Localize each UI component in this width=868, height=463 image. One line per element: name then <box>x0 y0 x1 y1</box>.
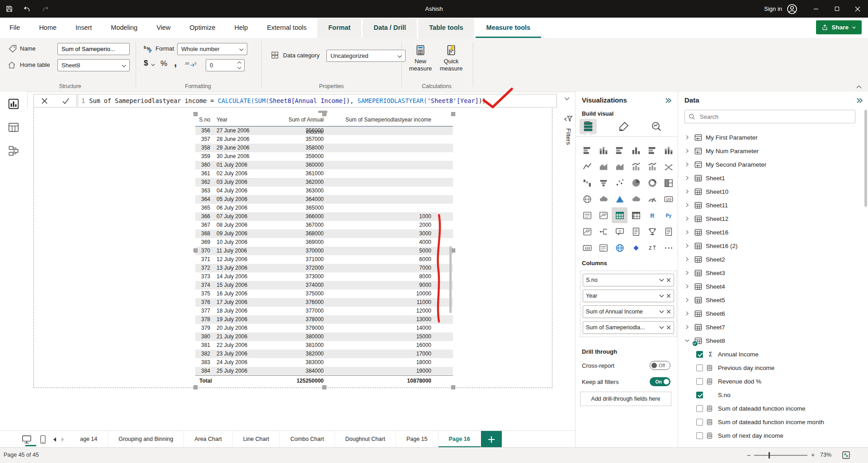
table-row[interactable]: 36203 July 2006362000 <box>195 178 453 187</box>
tab-data-drill[interactable]: Data / Drill <box>363 18 417 38</box>
field-item-annual-income[interactable]: ΣAnnual Income <box>678 347 859 361</box>
add-drill-through-fields-dropzone[interactable]: Add drill-through fields here <box>580 392 671 406</box>
visual-type-table-icon[interactable] <box>612 207 627 223</box>
currency-format-icon[interactable]: $ <box>144 59 148 68</box>
data-category-select[interactable]: Uncategorized <box>326 50 406 62</box>
tree-item-my-second-parameter[interactable]: My Second Parameter <box>678 158 859 171</box>
table-row[interactable]: 35829 June 2006358000 <box>195 144 453 152</box>
field-checkbox[interactable] <box>696 392 703 398</box>
visual-type-map-icon[interactable] <box>579 191 595 207</box>
quick-measure-button[interactable]: Quick measure <box>437 42 466 85</box>
visual-type-shape-map-icon[interactable] <box>628 191 644 207</box>
visual-type-python-visual-icon[interactable]: Py <box>660 207 676 223</box>
tree-item-sheet3[interactable]: Sheet3 <box>678 266 859 280</box>
zoom-out-icon[interactable]: − <box>747 451 751 459</box>
visual-type-key-influencers-icon[interactable]: 12 <box>579 224 595 239</box>
page-tab-age-14[interactable]: age 14 <box>70 431 108 448</box>
page-tab-grouping-and-binning[interactable]: Grouping and Binning <box>108 431 184 448</box>
table-row[interactable]: 38122 July 200638100016000 <box>195 341 453 350</box>
visual-type-calculation-group-icon[interactable]: 123 <box>579 240 595 256</box>
measure-name-input[interactable] <box>57 43 130 55</box>
visual-type-gauge-icon[interactable] <box>644 191 660 207</box>
visual-type-metrics-icon[interactable] <box>644 224 660 239</box>
resize-handle[interactable] <box>451 248 455 253</box>
visual-type-azure-map-icon[interactable] <box>612 191 627 207</box>
resize-handle[interactable] <box>451 112 455 116</box>
chevron-right-icon[interactable] <box>684 257 691 262</box>
tab-format[interactable]: Format <box>317 18 361 38</box>
redo-button[interactable] <box>36 0 54 18</box>
thousands-separator-icon[interactable]: , <box>174 57 177 69</box>
tab-table-tools[interactable]: Table tools <box>418 18 474 38</box>
table-row[interactable]: 36607 July 20063660001000 <box>195 212 453 221</box>
minimize-button[interactable] <box>806 0 826 18</box>
visual-type-pareto-icon[interactable]: Z <box>644 240 660 256</box>
visual-type-kpi-icon[interactable]: 12 <box>595 207 611 223</box>
tree-item-sheet4[interactable]: Sheet4 <box>678 280 859 293</box>
data-panel-scrollbar[interactable] <box>864 110 867 207</box>
zoom-slider-thumb[interactable] <box>769 452 770 458</box>
field-checkbox[interactable] <box>696 351 703 358</box>
page-tab-doughnut-chart[interactable]: Doughnut Chart <box>335 431 396 448</box>
report-canvas[interactable]: S.noYearSum of Annual IncomeSum of Samep… <box>27 108 575 430</box>
field-checkbox[interactable] <box>696 405 703 412</box>
mobile-view-icon[interactable] <box>40 435 46 444</box>
visual-type-power-automate-icon[interactable] <box>628 240 644 256</box>
collapse-ribbon-icon[interactable] <box>856 85 862 89</box>
data-search-box[interactable] <box>684 110 855 123</box>
decimal-places-icon[interactable]: .000 <box>184 60 197 68</box>
chevron-right-icon[interactable] <box>684 135 691 140</box>
cancel-formula-icon[interactable] <box>41 98 48 104</box>
visual-type-100-stacked-column-chart-icon[interactable] <box>660 142 676 158</box>
next-page-arrow-icon[interactable] <box>61 437 65 442</box>
percent-format-icon[interactable]: % <box>160 59 167 68</box>
visual-type-slicer-icon[interactable] <box>595 240 611 256</box>
menu-item-insert[interactable]: Insert <box>66 18 101 38</box>
table-row[interactable]: 36405 July 2006364000 <box>195 195 453 204</box>
page-tab-area-chart[interactable]: Area Chart <box>184 431 232 448</box>
visual-drag-bar[interactable] <box>318 111 327 113</box>
visual-type-treemap-icon[interactable] <box>660 175 676 191</box>
visual-type-100-stacked-bar-chart-icon[interactable] <box>644 142 660 158</box>
visual-type-funnel-chart-icon[interactable] <box>595 175 611 191</box>
maximize-button[interactable] <box>826 0 847 18</box>
field-item-sum-of-next-day-income[interactable]: Sum of next day income <box>678 429 859 442</box>
tree-item-sheet8[interactable]: Sheet8 <box>678 334 859 347</box>
account-avatar-icon[interactable] <box>787 4 797 14</box>
resize-handle[interactable] <box>193 385 198 389</box>
table-row[interactable]: 36809 July 20063680003000 <box>195 229 453 238</box>
chevron-right-icon[interactable] <box>684 297 691 303</box>
save-button[interactable] <box>0 0 18 18</box>
tree-item-sheet7[interactable]: Sheet7 <box>678 320 859 334</box>
field-item-s-no[interactable]: S.no <box>678 388 859 402</box>
resize-handle[interactable] <box>451 385 455 389</box>
menu-item-home[interactable]: Home <box>29 18 66 38</box>
spinner-up-icon[interactable] <box>237 61 241 64</box>
table-row[interactable]: 37516 July 200637500010000 <box>195 290 453 298</box>
tab-format-visual[interactable] <box>615 119 632 134</box>
table-row[interactable]: 35930 June 2006359000 <box>195 152 453 161</box>
field-checkbox[interactable] <box>696 378 703 385</box>
page-tab-page-16[interactable]: Page 16 <box>439 431 481 448</box>
tree-item-sheet16-2-[interactable]: Sheet16 (2) <box>678 239 859 253</box>
search-input[interactable] <box>699 113 851 121</box>
tree-item-sheet12[interactable]: Sheet12 <box>678 212 859 225</box>
menu-item-help[interactable]: Help <box>225 18 258 38</box>
visual-type-arcgis-map-icon[interactable] <box>612 240 627 256</box>
field-pill[interactable]: Year <box>583 290 674 302</box>
visual-type-clustered-bar-chart-icon[interactable] <box>612 142 627 158</box>
visual-type-paginated-report-icon[interactable] <box>660 224 676 239</box>
field-checkbox[interactable] <box>696 365 703 371</box>
table-scrollbar[interactable] <box>449 246 452 313</box>
table-view-icon[interactable] <box>7 121 20 134</box>
chevron-right-icon[interactable] <box>684 202 691 208</box>
field-pill[interactable]: Sum of Annual Income <box>583 305 674 318</box>
chevron-right-icon[interactable] <box>684 175 691 181</box>
home-table-select[interactable]: Sheet8 <box>57 59 130 71</box>
page-tab-line-chart[interactable]: Line Chart <box>233 431 280 448</box>
decimal-places-input[interactable]: 0 <box>206 59 245 71</box>
visual-type-r-script-visual-icon[interactable]: R <box>644 207 660 223</box>
table-row[interactable]: 35627 June 2006356000 <box>195 126 453 135</box>
resize-handle[interactable] <box>193 112 198 116</box>
chevron-right-icon[interactable] <box>684 148 691 154</box>
